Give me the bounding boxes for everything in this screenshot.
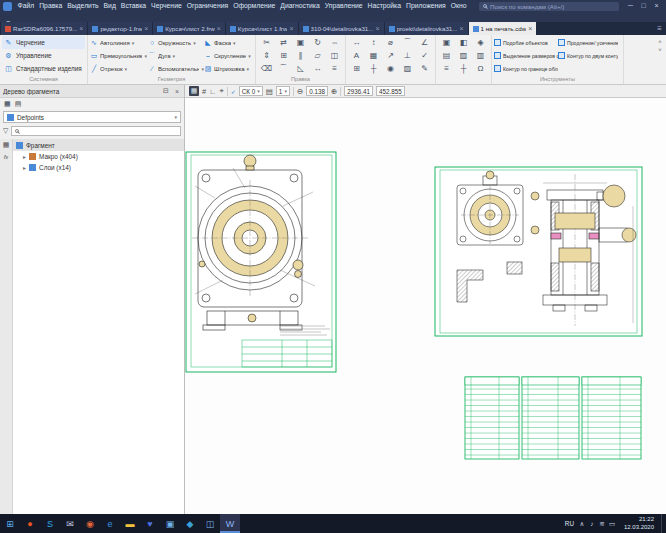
panel-close-icon[interactable]: × [173,88,181,95]
mode-standard-parts[interactable]: ◫Стандартные изделия [2,62,85,75]
filter-icon[interactable]: ▽ [3,127,8,135]
deform-icon[interactable]: ▱ [309,49,326,62]
align-icon[interactable]: ≡ [326,62,343,75]
tab-close-icon[interactable]: × [217,25,221,32]
tree-item-layers[interactable]: ▸ Слои (x14) [13,162,184,173]
explorer-icon[interactable]: ▬ [120,514,140,533]
menu-item[interactable]: Выделить [65,0,101,12]
tool-extend-trim[interactable]: Продление/ усечение [558,36,618,49]
document-tab[interactable]: Курсач\лист 1.frw× [226,22,298,35]
word-icon[interactable]: W [220,514,240,533]
hatch-region-icon[interactable]: ▨ [399,62,416,75]
ribbon-scroll-up-icon[interactable]: ˄ [658,39,662,45]
app-logo-icon[interactable] [3,2,12,11]
volume-icon[interactable]: ♪ [587,514,597,533]
tool-offset-objects[interactable]: Подобие объектов [494,36,558,49]
tool-contour-by-area[interactable]: Контур по границе облас... [494,62,558,75]
edge-icon[interactable]: e [100,514,120,533]
diameter-dimension-icon[interactable]: ⌀ [382,36,399,49]
fragment-insert-icon[interactable]: ◧ [455,36,472,49]
fx-variables-icon[interactable]: fx [4,154,9,160]
tab-close-icon[interactable]: × [144,25,148,32]
view-icon[interactable]: ▣ [438,36,455,49]
macro-insert-icon[interactable]: ◈ [472,36,489,49]
ribbon-scroll-down-icon[interactable]: ˅ [658,47,662,53]
tree-list-icon[interactable]: ▤ [15,100,22,108]
menu-item[interactable]: Настройка [365,0,403,12]
tool-fillet[interactable]: ⌣Скругление▾ [204,49,252,62]
stretch-icon[interactable]: ↔ [309,62,326,75]
expand-chevron-icon[interactable]: ▸ [23,153,26,160]
tree-root-fragment[interactable]: Фрагмент [13,139,184,151]
tree-item-macro[interactable]: ▸ Макро (x404) [13,151,184,162]
vertical-dimension-icon[interactable]: ↕ [365,36,382,49]
layers-icon[interactable]: ▤ [266,87,273,96]
network-icon[interactable]: ≋ [597,514,607,533]
show-desktop-button[interactable] [661,514,665,533]
menu-item[interactable]: Окно [448,0,469,12]
tool-circle[interactable]: ○Окружность▾ [148,36,204,49]
grid-toggle-icon[interactable]: # [202,87,206,96]
tolerance-icon[interactable]: ⊞ [348,62,365,75]
erase-icon[interactable]: ⌫ [258,62,275,75]
menu-item[interactable]: Оформление [231,0,278,12]
layer-insert-icon[interactable]: ▤ [438,49,455,62]
current-command-icon[interactable]: ▦ [189,86,199,96]
trim-icon[interactable]: ✂ [258,36,275,49]
datum-icon[interactable]: ⊥ [399,49,416,62]
coord-y-input[interactable]: 452.855 [376,86,405,96]
zoom-out-icon[interactable]: ⊖ [297,87,303,96]
rotate-icon[interactable]: ↻ [309,36,326,49]
menu-item[interactable]: Вставка [118,0,148,12]
photos-icon[interactable]: ▣ [160,514,180,533]
linear-dimension-icon[interactable]: ↔ [348,36,365,49]
tree-structure-icon[interactable]: ▦ [4,100,11,108]
tab-close-icon[interactable]: × [289,25,293,32]
mail-icon[interactable]: ✉ [60,514,80,533]
note-icon[interactable]: ✎ [416,62,433,75]
move-icon[interactable]: ⇄ [275,36,292,49]
array-icon[interactable]: ⊞ [275,49,292,62]
tool-chamfer[interactable]: ◣Фаска▾ [204,36,252,49]
menu-item[interactable]: Управление [322,0,365,12]
zoom-in-icon[interactable]: ⊕ [331,87,337,96]
text-icon[interactable]: A [348,49,365,62]
cs-checkbox[interactable]: ✓ [231,88,236,95]
scale-icon[interactable]: ⇕ [258,49,275,62]
panel-pin-icon[interactable]: ⊟ [161,87,171,95]
maximize-button[interactable]: □ [637,0,650,12]
kompas-icon[interactable]: ◫ [200,514,220,533]
angle-dimension-icon[interactable]: ∠ [416,36,433,49]
battery-icon[interactable]: ▭ [607,514,617,533]
close-button[interactable]: × [650,0,663,12]
tool-auxiliary-line[interactable]: ∕Вспомогательная прямая▾ [148,62,204,75]
tool-rectangle[interactable]: ▭Прямоугольник▾ [90,49,148,62]
tree-search-input[interactable] [11,126,181,136]
marker-icon[interactable]: ◉ [382,62,399,75]
spec-tables[interactable] [465,377,641,459]
fillet-edit-icon[interactable]: ⌒ [275,62,292,75]
menu-item[interactable]: Диагностика [278,0,322,12]
coord-x-input[interactable]: 2936.41 [344,86,373,96]
tool-contour-two-contours[interactable]: Контур по двум контурам [558,49,618,62]
expand-chevron-icon[interactable]: ▸ [23,164,26,171]
menu-item[interactable]: Приложения [404,0,449,12]
sheet-2[interactable] [435,167,642,336]
vscode-icon[interactable]: ◆ [180,514,200,533]
radial-dimension-icon[interactable]: ⌒ [399,36,416,49]
layer-select[interactable]: 1▾ [276,86,290,96]
health-icon[interactable]: ♥ [140,514,160,533]
snap-toggle-icon[interactable]: ⌖ [220,86,224,96]
language-indicator[interactable]: RU [565,520,574,527]
chamfer-edit-icon[interactable]: ◺ [292,62,309,75]
tool-segment[interactable]: ╱Отрезок▾ [90,62,148,75]
document-tab[interactable]: RarSDRa6096.17579...× [1,22,87,35]
minimize-button[interactable]: ─ [624,0,637,12]
tool-autoline[interactable]: ∿Автолиния▾ [90,36,148,49]
model-tree-icon[interactable]: ▦ [3,141,10,149]
menu-item[interactable]: Правка [37,0,65,12]
tool-arc[interactable]: ⌒Дуга▾ [148,49,204,62]
leader-icon[interactable]: ↗ [382,49,399,62]
tab-close-icon[interactable]: × [528,25,532,32]
zoom-input[interactable]: 0.138 [306,86,328,96]
